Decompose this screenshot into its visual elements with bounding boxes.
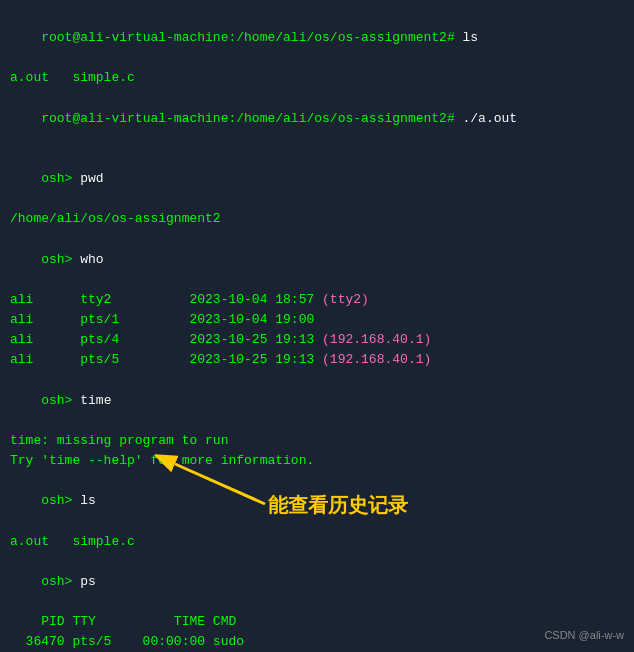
command: time xyxy=(80,393,111,408)
terminal-output: ali pts/5 2023-10-25 19:13 (192.168.40.1… xyxy=(10,350,624,370)
osh-prompt: osh> xyxy=(41,252,80,267)
terminal-output: ali pts/1 2023-10-04 19:00 xyxy=(10,310,624,330)
terminal-line: osh> time xyxy=(10,371,624,431)
terminal: root@ali-virtual-machine:/home/ali/os/os… xyxy=(0,0,634,652)
svg-line-1 xyxy=(175,464,265,504)
command: who xyxy=(80,252,103,267)
prompt: root@ali-virtual-machine:/home/ali/os/os… xyxy=(41,30,462,45)
prompt: root@ali-virtual-machine:/home/ali/os/os… xyxy=(41,111,462,126)
terminal-output: ali tty2 2023-10-04 18:57 (tty2) xyxy=(10,290,624,310)
terminal-line: osh> pwd xyxy=(10,149,624,209)
terminal-output: PID TTY TIME CMD xyxy=(10,612,624,632)
terminal-output: /home/ali/os/os-assignment2 xyxy=(10,209,624,229)
osh-prompt: osh> xyxy=(41,393,80,408)
terminal-output: time: missing program to run xyxy=(10,431,624,451)
terminal-output: a.out simple.c xyxy=(10,532,624,552)
arrow-annotation xyxy=(155,454,275,521)
command: ./a.out xyxy=(463,111,518,126)
terminal-output: 36470 pts/5 00:00:00 sudo xyxy=(10,632,624,652)
terminal-line: root@ali-virtual-machine:/home/ali/os/os… xyxy=(10,89,624,149)
terminal-output: Try 'time --help' for more information. xyxy=(10,451,624,471)
command: ls xyxy=(463,30,479,45)
osh-prompt: osh> xyxy=(41,574,80,589)
terminal-line: root@ali-virtual-machine:/home/ali/os/os… xyxy=(10,8,624,68)
terminal-line: osh> ps xyxy=(10,552,624,612)
command: ls xyxy=(80,493,96,508)
osh-prompt: osh> xyxy=(41,171,80,186)
chinese-annotation: 能查看历史记录 xyxy=(268,490,408,521)
terminal-output: ali pts/4 2023-10-25 19:13 (192.168.40.1… xyxy=(10,330,624,350)
terminal-line: osh> who xyxy=(10,230,624,290)
watermark: CSDN @ali-w-w xyxy=(544,627,624,644)
command: ps xyxy=(80,574,96,589)
command: pwd xyxy=(80,171,103,186)
osh-prompt: osh> xyxy=(41,493,80,508)
terminal-output: a.out simple.c xyxy=(10,68,624,88)
